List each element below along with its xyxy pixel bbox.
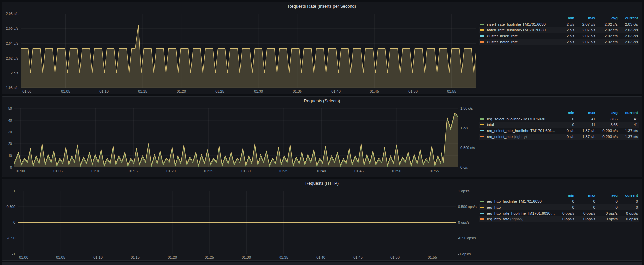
series-color-swatch-icon[interactable] bbox=[480, 136, 484, 137]
legend-column-avg[interactable]: avg bbox=[596, 16, 618, 21]
panel-requests-selects: Requests (Selects) 50403020100 01:0001:0… bbox=[2, 96, 642, 177]
legend-value-current: 0 bbox=[618, 199, 639, 204]
legend-value-min: 0 ops/s bbox=[556, 210, 575, 216]
series-color-swatch-icon[interactable] bbox=[480, 41, 484, 43]
legend-series-name[interactable]: cluster_insert_rate bbox=[479, 33, 556, 39]
series-color-swatch-icon[interactable] bbox=[480, 29, 484, 31]
legend: minmaxavgcurrentreq_select_huolinhe-TM17… bbox=[476, 108, 642, 140]
x-axis-tick-label: 01:35 bbox=[293, 89, 302, 93]
legend-series-row: cluster_insert_rate2 c/s2.07 c/s2.02 c/s… bbox=[479, 33, 639, 39]
series-color-swatch-icon[interactable] bbox=[480, 24, 484, 25]
y-axis-right-tick-label: -0.50 ops/s bbox=[458, 236, 476, 240]
legend-value-max: 2.07 c/s bbox=[575, 21, 596, 27]
legend-column-max[interactable]: max bbox=[575, 16, 596, 21]
legend-value-avg: 2.02 c/s bbox=[596, 33, 618, 39]
series-color-swatch-icon[interactable] bbox=[480, 201, 484, 202]
y-axis-tick-label: 50 bbox=[8, 106, 12, 110]
legend-series-name[interactable]: total bbox=[479, 122, 556, 128]
x-axis-tick-label: 01:15 bbox=[131, 256, 140, 259]
series-color-swatch-icon[interactable] bbox=[480, 118, 484, 120]
legend-column-min[interactable]: min bbox=[556, 193, 575, 199]
legend-value-max: 0 ops/s bbox=[575, 210, 596, 216]
series-color-swatch-icon[interactable] bbox=[480, 124, 484, 125]
x-axis-tick-label: 01:40 bbox=[316, 256, 325, 259]
legend-series-name[interactable]: req_http_huolinhe-TM1701:6030 bbox=[479, 199, 556, 204]
x-axis-tick-label: 01:40 bbox=[331, 89, 341, 93]
panel-body: 50403020100 01:0001:0501:1001:1501:2001:… bbox=[2, 104, 642, 177]
legend-value-avg: 0.293 c/s bbox=[596, 134, 618, 140]
y-axis-tick-label: 2 c/s bbox=[11, 71, 18, 75]
legend-series-name[interactable]: req_select_huolinhe-TM1701:6030 bbox=[479, 116, 556, 122]
legend-column-min[interactable]: min bbox=[556, 16, 575, 21]
y-axis-tick-label: 2.04 c/s bbox=[6, 41, 18, 45]
legend-column-min[interactable]: min bbox=[556, 110, 575, 116]
legend-column-current[interactable]: current bbox=[618, 16, 639, 21]
x-axis-tick-label: 01:05 bbox=[56, 256, 65, 259]
legend-value-max: 0 bbox=[575, 204, 596, 210]
legend-value-avg: 8.65 bbox=[596, 116, 618, 122]
series-color-swatch-icon[interactable] bbox=[480, 218, 484, 220]
legend-series-name[interactable]: req_select_rate_huolinhe-TM1701:6030 (ri… bbox=[479, 128, 556, 134]
y-axis-left: 50403020100 bbox=[2, 108, 14, 177]
legend-series-row: req_select_huolinhe-TM1701:60300418.6541 bbox=[479, 116, 639, 122]
legend-value-min: 0 c/s bbox=[556, 128, 575, 134]
legend-column-avg[interactable]: avg bbox=[596, 193, 618, 199]
legend-series-name[interactable]: req_http bbox=[479, 204, 556, 210]
x-axis-tick-label: 01:45 bbox=[353, 256, 363, 259]
legend-header-row: minmaxavgcurrent bbox=[479, 110, 639, 116]
y-axis-tick-label: 2.06 c/s bbox=[6, 27, 18, 30]
legend-series-name[interactable]: req_select_rate (right-y) bbox=[479, 134, 556, 140]
right-axis-tag: (right-y) bbox=[513, 135, 527, 139]
legend-value-min: 0 ops/s bbox=[556, 216, 575, 222]
x-axis-tick-label: 01:45 bbox=[370, 89, 379, 93]
legend-value-max: 41 bbox=[575, 116, 596, 122]
right-axis-tag: (right-y) bbox=[554, 129, 556, 133]
panel-requests-rate-inserts: Requests Rate (Inserts per Second) 2.08 … bbox=[2, 2, 642, 94]
y-axis-right-tick-label: 0.500 ops/s bbox=[458, 205, 477, 209]
legend-column-current[interactable]: current bbox=[618, 110, 639, 116]
legend-header-spacer bbox=[479, 193, 556, 199]
legend-series-row: insert_rate_huolinhe-TM1701:60302 c/s2.0… bbox=[479, 21, 639, 27]
y-axis-tick-label: 0 bbox=[13, 220, 15, 224]
plot-area[interactable] bbox=[14, 108, 458, 167]
x-axis-tick-label: 01:20 bbox=[177, 89, 186, 93]
plot-area[interactable] bbox=[18, 191, 456, 254]
chart-canvas bbox=[14, 108, 458, 167]
legend-value-max: 1.37 c/s bbox=[575, 134, 596, 140]
x-axis-tick-label: 01:25 bbox=[205, 256, 214, 259]
legend-value-max: 2.07 c/s bbox=[575, 33, 596, 39]
series-color-swatch-icon[interactable] bbox=[480, 213, 484, 214]
legend-column-avg[interactable]: avg bbox=[596, 110, 618, 116]
legend-column-max[interactable]: max bbox=[575, 110, 596, 116]
legend-column-current[interactable]: current bbox=[618, 193, 639, 199]
y-axis-tick-label: -0.50 bbox=[7, 236, 15, 240]
panel-title[interactable]: Requests (HTTP) bbox=[305, 181, 339, 186]
y-axis-tick-label: 10 bbox=[8, 154, 12, 158]
legend-series-row: cluster_batch_rate2 c/s2.07 c/s2.02 c/s2… bbox=[479, 39, 639, 45]
legend-value-min: 0 bbox=[556, 122, 575, 128]
x-axis-tick-label: 01:00 bbox=[16, 169, 25, 173]
y-axis-tick-label: 0 bbox=[10, 165, 12, 169]
series-color-swatch-icon[interactable] bbox=[480, 130, 484, 131]
legend-value-avg: 2.02 c/s bbox=[596, 21, 618, 27]
legend-series-name[interactable]: batch_rate_huolinhe-TM1701:6030 bbox=[479, 27, 556, 33]
y-axis-right-tick-label: 0 c/s bbox=[460, 165, 468, 169]
series-color-swatch-icon[interactable] bbox=[480, 35, 484, 37]
y-axis-left: 10.5000-0.50-1 bbox=[2, 191, 18, 260]
legend-series-row: req_select_rate_huolinhe-TM1701:6030 (ri… bbox=[479, 128, 639, 134]
legend-value-max: 0 bbox=[575, 199, 596, 204]
legend-value-max: 2.07 c/s bbox=[575, 27, 596, 33]
legend-series-name[interactable]: req_http_rate (right-y) bbox=[479, 216, 556, 222]
panel-title[interactable]: Requests Rate (Inserts per Second) bbox=[288, 4, 356, 9]
legend-series-name[interactable]: req_http_rate_huolinhe-TM1701:6030 (righ… bbox=[479, 210, 556, 216]
legend-column-max[interactable]: max bbox=[575, 193, 596, 199]
legend-series-name[interactable]: cluster_batch_rate bbox=[479, 39, 556, 45]
y-axis-right-tick-label: 0 ops/s bbox=[458, 220, 469, 224]
legend-value-max: 41 bbox=[575, 122, 596, 128]
y-axis-right: 1.50 c/s1 c/s0.500 c/s0 c/s bbox=[458, 108, 476, 177]
x-axis: 01:0001:0501:1001:1501:2001:2501:3001:35… bbox=[18, 254, 456, 260]
legend-series-name[interactable]: insert_rate_huolinhe-TM1701:6030 bbox=[479, 21, 556, 27]
panel-title[interactable]: Requests (Selects) bbox=[304, 98, 340, 103]
plot-area[interactable] bbox=[21, 14, 476, 88]
series-color-swatch-icon[interactable] bbox=[480, 207, 484, 208]
